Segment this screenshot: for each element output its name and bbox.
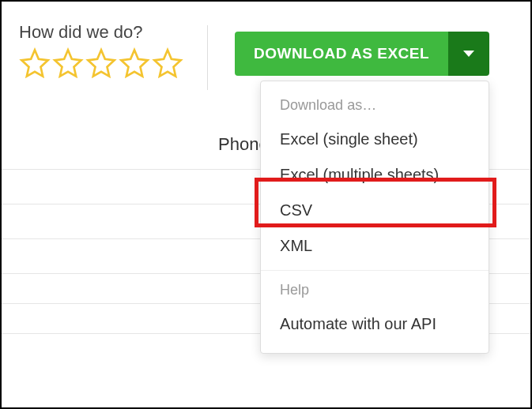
dropdown-item-excel-single[interactable]: Excel (single sheet) (261, 122, 489, 157)
dropdown-section-label: Download as… (261, 92, 489, 122)
star-icon[interactable] (52, 47, 84, 79)
column-header-phone[interactable]: Phone (2, 120, 277, 169)
download-area: DOWNLOAD AS EXCEL Download as… Excel (si… (235, 19, 489, 76)
dropdown-item-xml[interactable]: XML (261, 228, 489, 264)
download-dropdown-toggle[interactable] (448, 32, 489, 76)
dropdown-item-api[interactable]: Automate with our API (261, 306, 489, 342)
dropdown-separator (261, 270, 489, 271)
star-rating (19, 47, 183, 79)
header-bar: How did we do? DOWNLOAD AS EXCEL Downloa… (2, 2, 530, 120)
rating-section: How did we do? (19, 19, 183, 79)
dropdown-item-excel-multiple[interactable]: Excel (multiple sheets) (261, 157, 489, 193)
star-icon[interactable] (85, 47, 117, 79)
dropdown-item-csv[interactable]: CSV (261, 193, 489, 228)
download-button[interactable]: DOWNLOAD AS EXCEL (235, 32, 448, 76)
download-button-group: DOWNLOAD AS EXCEL (235, 32, 489, 76)
download-dropdown-menu: Download as… Excel (single sheet) Excel … (260, 81, 489, 354)
star-icon[interactable] (119, 47, 150, 79)
star-icon[interactable] (19, 47, 51, 79)
dropdown-section-label: Help (261, 277, 489, 306)
chevron-down-icon (463, 51, 474, 57)
vertical-divider (207, 25, 208, 90)
rating-title: How did we do? (19, 22, 183, 43)
star-icon[interactable] (152, 47, 183, 79)
